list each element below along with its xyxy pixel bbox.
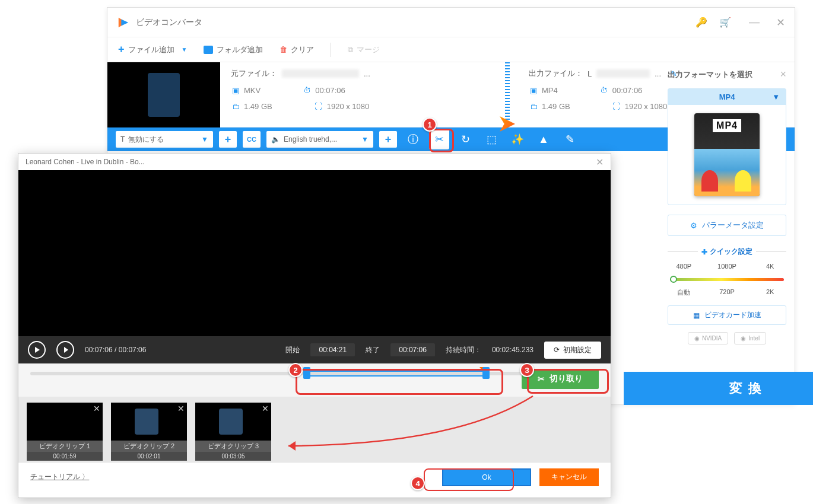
right-panel: 出力フォーマットを選択 MP4 ▼ MP4 ⚙ パラーメータ設定 ✚ クイック設…	[668, 69, 786, 344]
nvidia-chip[interactable]: ◉NVIDIA	[688, 332, 728, 344]
clear-button[interactable]: 🗑 クリア	[280, 44, 314, 55]
play-button[interactable]	[28, 341, 46, 359]
convert-button[interactable]: 変換	[624, 372, 813, 405]
rotate-icon[interactable]: ↻	[455, 129, 475, 149]
mp4-card-icon: MP4	[694, 113, 760, 196]
watermark-icon[interactable]: ▲	[533, 129, 554, 149]
tutorial-link[interactable]: チュートリアル 〉	[30, 472, 89, 482]
edit-icon[interactable]: ✎	[560, 129, 580, 149]
remove-clip-icon[interactable]: ✕	[262, 404, 269, 413]
format-dropdown[interactable]: MP4 ▼	[668, 89, 786, 105]
annotation-badge-3: 3	[520, 363, 534, 377]
hardware-accel-button[interactable]: ▦ ビデオカード加速	[668, 305, 786, 325]
convert-label: 変換	[729, 379, 767, 397]
file-thumbnail[interactable]	[107, 62, 220, 127]
res-720: 720P	[711, 288, 744, 297]
intel-chip[interactable]: ◉Intel	[734, 332, 766, 344]
cut-tool-button[interactable]: ✂	[429, 129, 449, 149]
intel-label: Intel	[748, 335, 760, 342]
out-res: 1920 x 1080	[625, 102, 668, 111]
timeline-handle-right[interactable]	[482, 367, 490, 379]
step-play-button[interactable]	[56, 341, 74, 359]
resolution-icon: ⛶	[612, 102, 621, 111]
minimize-icon[interactable]: —	[749, 16, 760, 29]
merge-button[interactable]: ⧉ マージ	[348, 44, 380, 55]
editor-dialog: Leonard Cohen - Live in Dublin - Bo... ✕…	[18, 153, 611, 498]
app-title: ビデオコンバータ	[136, 17, 696, 28]
ok-label: Ok	[482, 473, 491, 481]
clip-time: 00:02:01	[111, 452, 187, 461]
clip-label: ビデオクリップ 3	[195, 441, 271, 452]
folder-size-icon: 🗀	[231, 102, 240, 111]
format-preview: MP4	[668, 105, 786, 205]
add-audio-button[interactable]: +	[379, 131, 397, 148]
plus-icon: +	[118, 43, 125, 56]
folder-icon	[204, 46, 213, 54]
close-icon[interactable]: ✕	[596, 157, 604, 168]
nvidia-label: NVIDIA	[702, 335, 722, 342]
clip-thumbnail: ✕	[195, 403, 271, 441]
play-icon	[35, 347, 40, 353]
cc-button[interactable]: CC	[243, 131, 261, 148]
clip-time: 00:03:05	[195, 452, 271, 461]
title-shop-icons: 🔑 🛒	[696, 17, 731, 28]
timeline-track[interactable]	[30, 372, 599, 375]
chevron-down-icon: ▼	[201, 135, 208, 143]
editor-title-bar: Leonard Cohen - Live in Dublin - Bo... ✕	[18, 154, 611, 170]
audio-dropdown[interactable]: 🔈 English truehd,... ▼	[266, 131, 373, 148]
bottom-bar: 変換 ⏰	[624, 371, 813, 406]
cancel-button[interactable]: キャンセル	[539, 468, 599, 486]
clip-item[interactable]: ✕ ビデオクリップ 3 00:03:05	[195, 403, 271, 456]
end-time-input[interactable]: 00:07:06	[390, 343, 435, 356]
add-folder-button[interactable]: フォルダ追加	[204, 44, 263, 55]
output-prefix: L	[587, 69, 592, 78]
timeline-handle-left[interactable]	[303, 367, 310, 379]
crop-icon[interactable]: ⬚	[481, 129, 501, 149]
cancel-label: キャンセル	[551, 472, 587, 482]
end-label: 終了	[366, 345, 380, 355]
clip-item[interactable]: ✕ ビデオクリップ 2 00:02:01	[111, 403, 187, 456]
src-duration: 00:07:06	[315, 86, 345, 95]
app-logo-icon	[117, 16, 130, 29]
clip-item[interactable]: ✕ ビデオクリップ 1 00:01:59	[27, 403, 103, 456]
res-1080: 1080P	[711, 263, 744, 270]
merge-label: マージ	[357, 44, 380, 55]
reset-button[interactable]: ⟳初期設定	[544, 342, 601, 359]
chevron-down-icon: ▼	[361, 135, 369, 143]
remove-clip-icon[interactable]: ✕	[93, 404, 100, 413]
format-panel-title: 出力フォーマットを選択	[668, 69, 786, 80]
film-icon: ▣	[231, 86, 240, 95]
merge-icon: ⧉	[348, 45, 353, 55]
subtitle-value: 無効にする	[128, 135, 164, 145]
start-time-input[interactable]: 00:04:21	[310, 343, 355, 356]
effects-icon[interactable]: ✨	[507, 129, 528, 149]
remove-clip-icon[interactable]: ✕	[177, 404, 185, 413]
clock-icon: ⏱	[302, 86, 312, 95]
subtitle-dropdown[interactable]: T 無効にする ▼	[116, 131, 213, 148]
clear-label: クリア	[291, 44, 314, 55]
annotation-badge-4: 4	[411, 476, 425, 490]
plus-icon: +	[385, 133, 392, 146]
src-format: MKV	[244, 86, 261, 95]
add-subtitle-button[interactable]: +	[219, 131, 237, 148]
cart-icon[interactable]: 🛒	[719, 17, 731, 28]
add-file-button[interactable]: + ファイル追加 ▼	[118, 43, 187, 56]
quick-settings-title: ✚ クイック設定	[668, 247, 786, 257]
ok-button[interactable]: Ok	[442, 468, 531, 486]
clock-icon: ⏱	[599, 86, 609, 95]
clip-label: ビデオクリップ 1	[27, 441, 103, 452]
info-icon[interactable]: ⓘ	[403, 129, 423, 149]
duration-label: 持続時間：	[446, 345, 481, 355]
parameter-settings-button[interactable]: ⚙ パラーメータ設定	[668, 215, 786, 236]
chevron-down-icon: ▼	[772, 92, 780, 101]
key-icon[interactable]: 🔑	[696, 17, 707, 28]
refresh-icon: ⟳	[554, 346, 560, 354]
toolbar: + ファイル追加 ▼ フォルダ追加 🗑 クリア ⧉ マージ	[107, 37, 795, 62]
slider-handle[interactable]	[670, 276, 677, 283]
resolution-slider[interactable]	[670, 278, 784, 281]
timeline-selection	[303, 371, 485, 377]
close-icon[interactable]: ✕	[776, 16, 785, 29]
editor-video-preview[interactable]	[18, 170, 611, 336]
add-folder-label: フォルダ追加	[217, 44, 263, 55]
format-selector[interactable]: MP4 ▼ MP4	[668, 88, 786, 205]
